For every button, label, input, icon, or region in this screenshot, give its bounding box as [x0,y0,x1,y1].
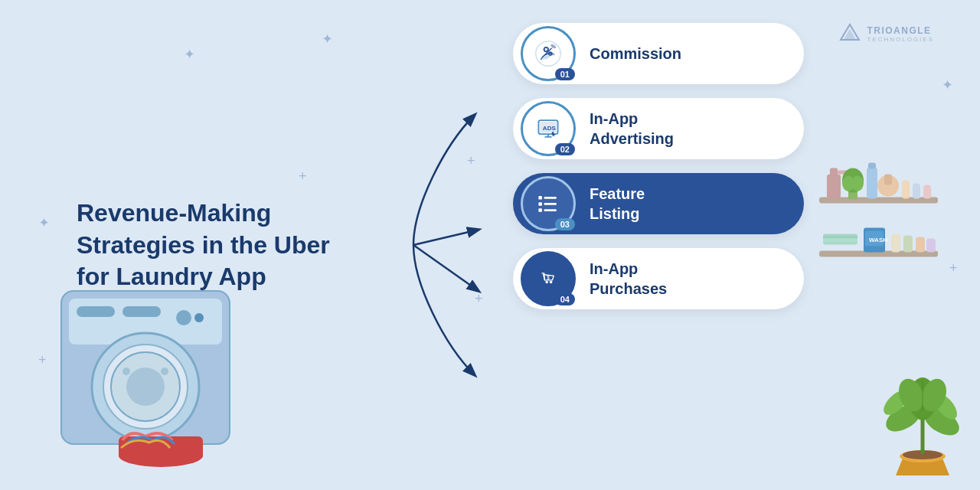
svg-point-10 [122,368,130,375]
ads-icon: ADS [534,115,562,142]
card3-number: 03 [555,218,575,230]
feature-cards-container: % 01 Commission ADS 02 In-App Advertisin… [513,23,804,309]
svg-rect-38 [827,175,841,199]
svg-rect-25 [544,197,557,199]
purchases-icon-circle: $ 04 [521,251,576,306]
svg-rect-48 [884,175,892,185]
svg-point-5 [194,313,204,322]
svg-rect-39 [830,168,838,176]
svg-rect-46 [868,163,876,169]
svg-point-15 [544,47,548,51]
svg-rect-24 [538,196,542,200]
svg-text:%: % [551,43,557,50]
svg-rect-61 [926,239,936,253]
card4-label: In-App Purchases [590,259,667,299]
svg-rect-60 [916,237,925,253]
svg-rect-53 [823,236,858,239]
svg-rect-2 [77,306,115,317]
commission-icon-circle: % 01 [521,26,576,81]
svg-rect-59 [903,236,913,253]
brand-text: TRIOANGLE TECHNOLOGIES [867,25,934,43]
arrows-diagram [329,54,498,436]
svg-rect-28 [538,208,542,212]
deco-star-3: ✦ [38,214,50,231]
svg-text:ADS: ADS [543,125,557,132]
commission-icon: % [534,40,562,67]
feature-card-listing: 03 Feature Listing [513,173,804,234]
svg-point-31 [545,281,548,284]
svg-rect-3 [122,306,161,317]
card3-label: Feature Listing [590,184,645,224]
svg-text:WASH: WASH [869,237,887,243]
svg-rect-27 [544,203,557,205]
svg-point-4 [176,310,191,325]
svg-point-11 [161,368,168,375]
card4-number: 04 [555,293,575,305]
svg-rect-29 [544,209,557,211]
svg-point-32 [550,281,553,284]
ads-icon-circle: ADS 02 [521,101,576,156]
svg-rect-50 [913,184,920,199]
deco-star-1: ✦ [184,46,195,63]
deco-star-7: ✦ [942,77,953,93]
deco-star-2: ✦ [322,31,333,47]
brand-icon [839,23,861,44]
washer-illustration [46,276,260,475]
svg-point-44 [851,176,864,191]
card1-label: Commission [590,44,681,64]
svg-rect-45 [867,167,877,199]
card1-number: 01 [555,68,575,80]
svg-rect-26 [538,202,542,206]
feature-card-commission: % 01 Commission [513,23,804,84]
svg-rect-51 [923,185,931,199]
svg-rect-49 [902,181,910,199]
feature-card-ads: ADS 02 In-App Advertising [513,98,804,159]
feature-card-purchases: $ 04 In-App Purchases [513,248,804,309]
brand-subtitle: TECHNOLOGIES [867,36,934,43]
svg-text:$: $ [547,275,550,281]
listing-icon [534,190,562,217]
deco-star-9: + [38,352,47,368]
svg-rect-58 [891,234,900,253]
svg-point-9 [126,368,165,406]
card2-number: 02 [555,143,575,155]
brand-logo: TRIOANGLE TECHNOLOGIES [839,23,934,44]
card2-label: In-App Advertising [590,109,674,149]
plant-illustration [880,357,965,482]
listing-icon-circle: 03 [521,176,576,231]
purchases-icon: $ [534,265,562,292]
shelf-illustration: WASH [819,152,942,308]
deco-star-4: + [299,168,307,185]
brand-name: TRIOANGLE [867,25,934,36]
svg-rect-54 [823,239,858,242]
deco-star-8: + [949,260,958,276]
